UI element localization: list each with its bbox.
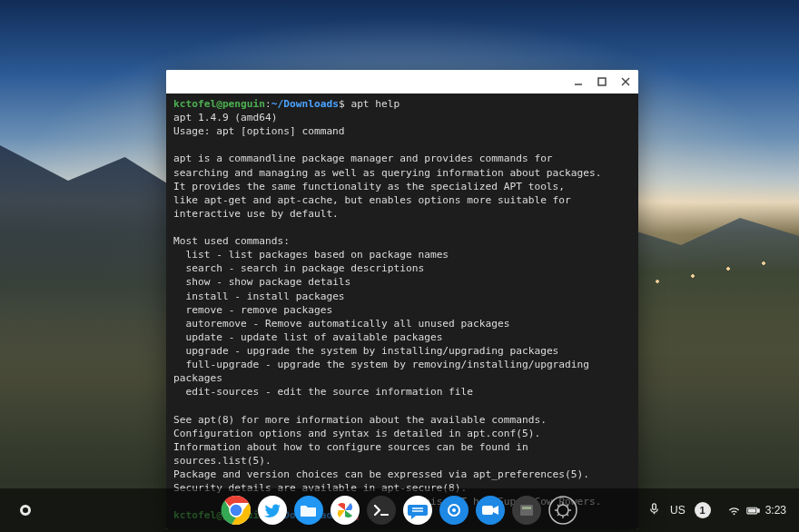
terminal-icon <box>365 494 398 527</box>
chrome-icon <box>220 494 252 527</box>
svg-rect-22 <box>522 507 531 509</box>
messages-icon <box>401 494 434 527</box>
svg-rect-1 <box>598 78 606 85</box>
shelf: US 1 3:23 <box>0 488 799 532</box>
wifi-icon <box>727 504 741 517</box>
tray-clock: 3:23 <box>765 504 786 517</box>
tray-mic-icon[interactable] <box>647 502 661 518</box>
prompt-path: ~/Downloads <box>271 98 339 110</box>
window-minimize-button[interactable] <box>571 74 586 89</box>
app-outline[interactable] <box>547 494 579 527</box>
app-messages[interactable] <box>401 494 434 527</box>
terminal-window: kctofel@penguin:~/Downloads$ apt help ap… <box>166 70 638 529</box>
app-generic-dark[interactable] <box>510 494 543 527</box>
svg-rect-21 <box>520 505 533 516</box>
app-photos[interactable] <box>329 494 361 527</box>
terminal-output: apt 1.4.9 (amd64) Usage: apt [options] c… <box>173 112 602 507</box>
tray-status-pill[interactable]: 3:23 <box>720 500 794 521</box>
app-chrome[interactable] <box>220 494 252 527</box>
prompt-symbol: $ <box>339 98 345 110</box>
svg-rect-25 <box>653 504 656 510</box>
app-duo[interactable] <box>474 494 507 527</box>
launcher-button[interactable] <box>9 494 42 527</box>
terminal-body[interactable]: kctofel@penguin:~/Downloads$ apt help ap… <box>166 94 638 529</box>
app-twitter[interactable] <box>256 494 289 527</box>
prompt-user-host: kctofel@penguin <box>173 98 265 110</box>
window-close-button[interactable] <box>618 74 633 89</box>
tray-notification-badge[interactable]: 1 <box>695 502 711 518</box>
outline-icon <box>547 494 579 527</box>
notification-count: 1 <box>700 505 705 516</box>
battery-icon <box>746 504 760 517</box>
video-icon <box>474 494 507 527</box>
photos-icon <box>329 494 361 527</box>
svg-point-17 <box>452 508 456 512</box>
app-terminal[interactable] <box>365 494 398 527</box>
circle-app-icon <box>438 494 470 527</box>
desktop-wallpaper: kctofel@penguin:~/Downloads$ apt help ap… <box>0 0 799 532</box>
twitter-icon <box>256 494 289 527</box>
prompt-separator: : <box>265 98 271 110</box>
shelf-app-row <box>220 494 579 527</box>
svg-rect-27 <box>757 508 759 511</box>
window-titlebar[interactable] <box>166 70 638 94</box>
svg-rect-28 <box>748 508 755 512</box>
window-maximize-button[interactable] <box>595 74 609 89</box>
tray-ime[interactable]: US <box>670 504 686 517</box>
files-icon <box>292 494 325 527</box>
system-tray: US 1 3:23 <box>647 500 794 521</box>
terminal-command: apt help <box>350 98 400 110</box>
svg-point-23 <box>549 497 577 524</box>
svg-rect-19 <box>482 506 493 515</box>
launcher-icon <box>20 505 31 516</box>
app-files[interactable] <box>292 494 325 527</box>
dark-app-icon <box>510 494 543 527</box>
svg-point-10 <box>367 496 396 525</box>
app-explore[interactable] <box>438 494 470 527</box>
